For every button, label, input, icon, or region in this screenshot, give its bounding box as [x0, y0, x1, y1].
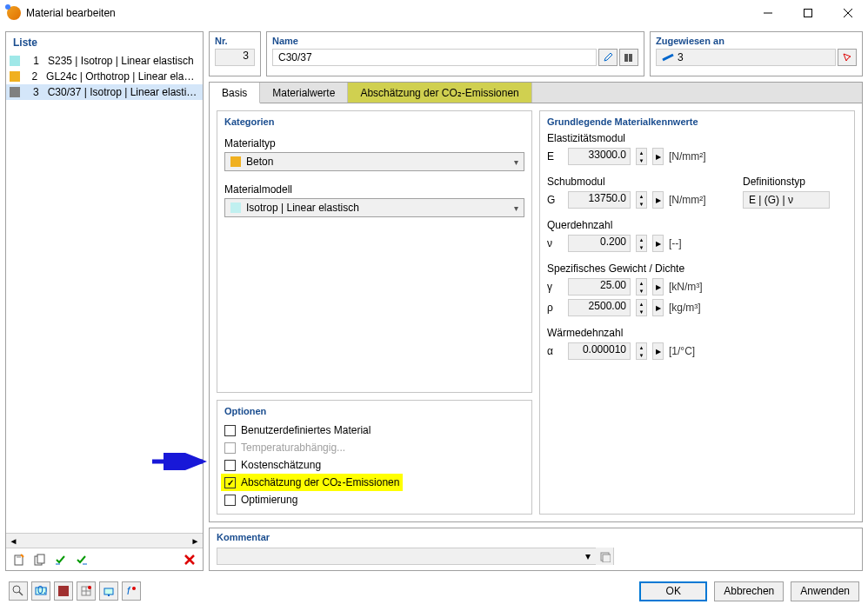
name-field[interactable] [272, 49, 597, 66]
arrow-button[interactable]: ▶ [652, 299, 664, 316]
svg-rect-16 [108, 594, 110, 596]
function-icon[interactable]: f [122, 581, 141, 601]
rho-input[interactable]: 2500.00 [568, 299, 631, 316]
svg-text:0.00: 0.00 [37, 585, 47, 596]
list-panel: Liste 1 S235 | Isotrop | Linear elastisc… [5, 31, 204, 571]
library-button[interactable] [619, 49, 638, 66]
color-swatch [10, 71, 20, 82]
svg-rect-5 [629, 54, 632, 62]
g-input[interactable]: 13750.0 [568, 191, 631, 209]
svg-rect-0 [805, 10, 812, 17]
svg-rect-12 [58, 586, 69, 596]
checkbox-co2[interactable]: Abschätzung der CO₂-Emissionen [221, 474, 403, 491]
checkbox-cost[interactable]: Kostenschätzung [224, 456, 524, 474]
bar-icon [662, 53, 674, 62]
tab-bar: Basis Materialwerte Abschätzung der CO₂-… [210, 83, 862, 103]
cancel-button[interactable]: Abbrechen [714, 581, 784, 601]
new-item-icon[interactable] [10, 550, 29, 569]
check-icon-1[interactable] [51, 550, 70, 569]
checkbox-userdef[interactable]: Benutzerdefiniertes Material [224, 422, 524, 439]
comment-library-button[interactable] [596, 548, 613, 565]
ok-button[interactable]: OK [639, 581, 707, 601]
precision-icon[interactable]: 0.00 [31, 581, 50, 601]
material-type-combo[interactable]: Beton ▾ [224, 152, 524, 171]
maximize-button[interactable] [788, 0, 828, 26]
spinner[interactable]: ▲▼ [636, 235, 647, 252]
assigned-field[interactable]: 3 [656, 49, 836, 66]
spinner[interactable]: ▲▼ [636, 148, 647, 165]
search-icon[interactable] [9, 581, 28, 601]
bottom-toolbar: 0.00 f OK Abbrechen Anwenden [0, 576, 868, 606]
svg-rect-3 [37, 555, 44, 563]
check-icon-2[interactable] [72, 550, 91, 569]
horizontal-scrollbar[interactable]: ◄ ► [6, 533, 203, 548]
scroll-right-arrow[interactable]: ► [188, 534, 203, 548]
definition-type-box[interactable]: E | (G) | ν [743, 191, 830, 209]
list-item[interactable]: 3 C30/37 | Isotrop | Linear elastisch [6, 84, 203, 100]
alpha-input[interactable]: 0.000010 [568, 342, 631, 360]
list-item[interactable]: 2 GL24c | Orthotrop | Linear elastisch (… [6, 69, 203, 84]
svg-text:f: f [127, 585, 131, 597]
chevron-down-icon: ▾ [514, 203, 518, 213]
color-swatch [230, 156, 241, 167]
arrow-button[interactable]: ▶ [652, 278, 664, 296]
scroll-left-arrow[interactable]: ◄ [6, 534, 21, 548]
close-button[interactable] [828, 0, 868, 26]
assigned-panel: Zugewiesen an 3 [650, 31, 863, 76]
number-panel: Nr. 3 [209, 31, 261, 76]
e-input[interactable]: 33000.0 [568, 148, 631, 165]
select-assigned-button[interactable] [838, 49, 857, 66]
arrow-button[interactable]: ▶ [652, 148, 664, 165]
apply-button[interactable]: Anwenden [791, 581, 859, 601]
tab-materialwerte[interactable]: Materialwerte [260, 83, 348, 103]
delete-icon[interactable] [180, 550, 199, 569]
checkbox-temp: Temperaturabhängig... [224, 439, 524, 456]
properties-panel: Grundlegende Materialkennwerte Elastizit… [539, 110, 855, 515]
svg-point-9 [13, 586, 20, 593]
color-swatch [230, 203, 241, 213]
arrow-button[interactable]: ▶ [652, 342, 664, 360]
tab-co2[interactable]: Abschätzung der CO₂-Emissionen [348, 83, 531, 103]
gamma-input[interactable]: 25.00 [568, 278, 631, 296]
spinner[interactable]: ▲▼ [636, 299, 647, 316]
minimize-button[interactable] [748, 0, 788, 26]
material-list[interactable]: 1 S235 | Isotrop | Linear elastisch 2 GL… [6, 53, 203, 533]
material-model-combo[interactable]: Isotrop | Linear elastisch ▾ [224, 198, 524, 217]
grid-icon[interactable] [77, 581, 96, 601]
comment-panel: Kommentar ▾ [209, 528, 863, 571]
spinner[interactable]: ▲▼ [636, 342, 647, 360]
color-swatch [10, 56, 20, 66]
svg-point-18 [132, 587, 136, 590]
chevron-down-icon: ▾ [514, 157, 518, 167]
svg-rect-4 [624, 54, 628, 62]
svg-rect-15 [104, 588, 113, 594]
comment-combo[interactable]: ▾ [217, 548, 614, 565]
chevron-down-icon: ▾ [580, 550, 596, 562]
number-field[interactable]: 3 [215, 49, 255, 66]
svg-rect-8 [603, 555, 611, 562]
app-icon [7, 6, 21, 20]
arrow-button[interactable]: ▶ [652, 235, 664, 252]
svg-line-6 [663, 55, 673, 60]
name-panel: Name [266, 31, 644, 76]
edit-name-button[interactable] [598, 49, 618, 66]
view-icon[interactable] [99, 581, 118, 601]
options-panel: Optionen Benutzerdefiniertes Material Te… [217, 400, 532, 515]
spinner[interactable]: ▲▼ [636, 191, 647, 209]
color-icon[interactable] [54, 581, 73, 601]
arrow-button[interactable]: ▶ [652, 191, 664, 209]
copy-item-icon[interactable] [30, 550, 50, 569]
titlebar: Material bearbeiten [0, 0, 868, 26]
list-item[interactable]: 1 S235 | Isotrop | Linear elastisch [6, 53, 203, 69]
v-input[interactable]: 0.200 [568, 235, 631, 252]
window-title: Material bearbeiten [26, 7, 748, 19]
list-header: Liste [6, 32, 203, 53]
svg-point-14 [88, 586, 91, 589]
categories-panel: Kategorien Materialtyp Beton ▾ Materialm… [217, 110, 532, 393]
color-swatch [10, 87, 20, 97]
spinner[interactable]: ▲▼ [636, 278, 647, 296]
checkbox-optimization[interactable]: Optimierung [224, 491, 524, 508]
tab-basis[interactable]: Basis [210, 83, 260, 103]
